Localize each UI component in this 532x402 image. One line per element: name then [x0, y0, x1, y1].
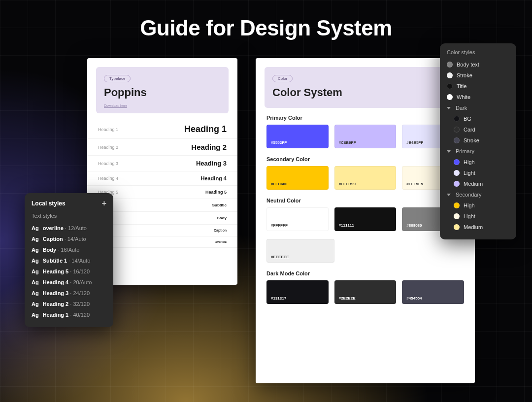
type-scale-sample: Heading 2 [191, 143, 227, 151]
text-style-item[interactable]: AgHeading 3 · 24/120 [32, 288, 106, 299]
text-style-meta: · 20/Auto [68, 279, 92, 285]
text-style-glyph: Ag [32, 290, 39, 296]
color-group-name: Dark [456, 105, 467, 111]
swatch-hex: #E6E5FF [406, 140, 423, 145]
color-style-item[interactable]: BG [447, 113, 509, 124]
color-style-item[interactable]: Stroke [447, 135, 509, 146]
color-swatch[interactable]: #FFFFFF [266, 207, 329, 231]
color-style-item[interactable]: Medium [447, 222, 509, 233]
color-swatch[interactable]: #111111 [334, 207, 397, 231]
color-style-item[interactable]: Stroke [447, 70, 509, 81]
color-styles-title: Color styles [447, 49, 509, 55]
text-style-item[interactable]: AgCaption · 14/Auto [32, 234, 106, 244]
swatch-row: #131317#2E2E2E#454554 [266, 280, 464, 304]
color-swatch[interactable]: #454554 [402, 280, 464, 304]
color-group-name: Secondary [456, 192, 482, 198]
swatch-hex: #FFEB99 [339, 182, 356, 186]
text-style-meta: · 14/Auto [67, 258, 90, 264]
color-dot [454, 202, 460, 208]
color-style-item[interactable]: Medium [447, 178, 509, 189]
text-style-meta: · 32/120 [68, 301, 90, 307]
text-style-item[interactable]: AgSubtitle 1 · 14/Auto [32, 255, 106, 266]
text-style-item[interactable]: AgBody · 16/Auto [32, 244, 106, 255]
color-swatch[interactable]: #FFC600 [266, 166, 329, 190]
text-style-glyph: Ag [32, 279, 39, 285]
add-style-button[interactable]: + [102, 199, 106, 208]
color-style-name: Light [464, 213, 475, 219]
color-style-name: Stroke [464, 137, 479, 143]
color-style-item[interactable]: High [447, 157, 509, 168]
swatch-hex: #FFC600 [271, 182, 287, 186]
local-styles-title: Local styles [32, 200, 66, 207]
swatch-hex: #454554 [406, 296, 422, 301]
color-dot [454, 116, 460, 122]
color-style-item[interactable]: Light [447, 211, 509, 222]
type-scale-sample: Heading 1 [184, 124, 227, 134]
color-style-item[interactable]: Light [447, 168, 509, 178]
color-swatch[interactable]: #5552FF [266, 125, 329, 148]
color-swatch[interactable]: #131317 [266, 280, 329, 304]
type-scale-sample: Caption [214, 229, 227, 232]
color-dot [454, 137, 460, 143]
text-style-glyph: Ag [32, 268, 39, 274]
text-style-name: Body [43, 247, 57, 253]
text-styles-group-label: Text styles [32, 213, 106, 219]
text-style-glyph: Ag [32, 236, 39, 242]
text-style-item[interactable]: AgHeading 1 · 40/120 [32, 309, 106, 320]
color-style-name: Title [457, 83, 466, 89]
type-scale-row: Heading 3Heading 3 [87, 156, 237, 171]
type-scale-label: Heading 4 [98, 176, 118, 181]
color-section-heading: Neutral Color [266, 198, 464, 203]
color-swatch[interactable]: #2E2E2E [334, 280, 397, 304]
color-style-item[interactable]: Body text [447, 59, 509, 70]
swatch-hex: #FFF9E5 [406, 182, 423, 186]
type-scale-row: Heading 4Heading 4 [87, 171, 237, 186]
text-style-item[interactable]: AgHeading 2 · 32/120 [32, 299, 106, 309]
color-dot [447, 72, 453, 78]
text-style-glyph: Ag [32, 312, 39, 318]
color-swatch[interactable]: #EEEEEE [266, 239, 334, 263]
text-style-name: Heading 5 [43, 268, 69, 274]
type-scale-sample: overline [215, 240, 227, 243]
color-panel-header: Color Color System [265, 67, 466, 108]
color-style-name: Light [464, 170, 475, 176]
color-dot [447, 83, 453, 89]
typeface-title: Poppins [104, 86, 221, 99]
color-style-name: Medium [464, 181, 483, 187]
color-dot [447, 94, 453, 100]
text-style-glyph: Ag [32, 301, 39, 307]
color-dot [454, 127, 460, 133]
swatch-row: #FFC600#FFEB99#FFF9E5 [266, 166, 464, 190]
color-style-item[interactable]: Title [447, 81, 509, 92]
text-style-glyph: Ag [32, 225, 39, 231]
swatch-hex: #131317 [271, 296, 286, 301]
color-style-group[interactable]: Secondary [447, 189, 509, 200]
text-style-meta: · 12/Auto [64, 225, 87, 231]
color-style-name: Stroke [457, 72, 472, 78]
color-swatch[interactable]: #C6B9FF [334, 125, 397, 148]
text-style-meta: · 40/120 [68, 312, 90, 318]
text-style-item[interactable]: AgHeading 5 · 16/120 [32, 266, 106, 277]
swatch-hex: #808080 [406, 223, 422, 228]
download-link[interactable]: Download here [104, 104, 221, 107]
text-style-item[interactable]: AgHeading 4 · 20/Auto [32, 277, 106, 288]
color-group-name: Primary [456, 148, 474, 154]
text-style-meta: · 16/120 [68, 268, 90, 274]
text-style-item[interactable]: Agoverline · 12/Auto [32, 223, 106, 234]
swatch-row: #FFFFFF#111111#808080 [266, 207, 464, 231]
type-scale-label: Heading 2 [98, 145, 118, 150]
color-style-item[interactable]: Card [447, 124, 509, 135]
text-style-name: overline [43, 225, 64, 231]
text-style-name: Heading 2 [43, 301, 69, 307]
color-swatch[interactable]: #FFEB99 [334, 166, 397, 190]
color-style-item[interactable]: High [447, 200, 509, 211]
text-style-name: Heading 1 [43, 312, 69, 318]
type-scale-label: Heading 1 [98, 127, 118, 132]
color-style-name: Medium [464, 224, 483, 230]
color-panel-title: Color System [272, 86, 458, 99]
color-dot [454, 213, 460, 219]
chevron-down-icon [447, 150, 451, 153]
color-style-group[interactable]: Primary [447, 146, 509, 157]
color-style-group[interactable]: Dark [447, 102, 509, 113]
color-style-item[interactable]: White [447, 92, 509, 102]
